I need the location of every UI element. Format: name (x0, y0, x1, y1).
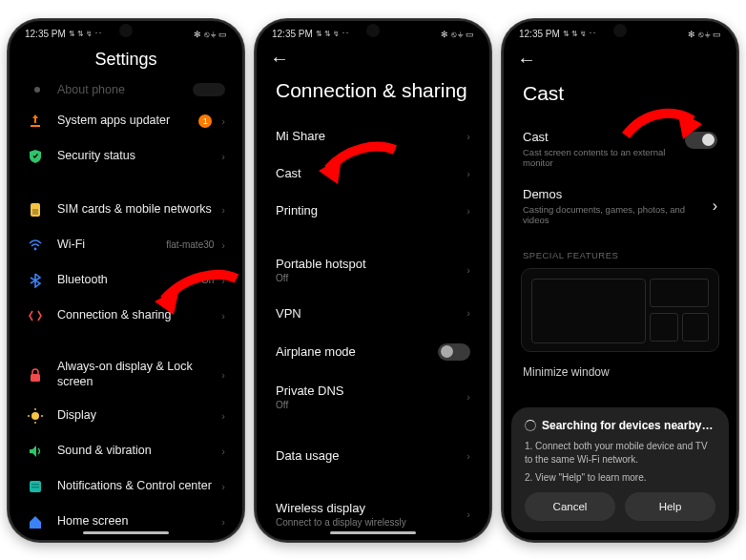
status-right-icons: ✻ ⎋ ⏚ ▭ (194, 30, 227, 39)
gesture-bar (330, 531, 416, 534)
row-label: Printing (276, 203, 318, 218)
chevron-right-icon: › (221, 481, 225, 492)
row-label: Connection & sharing (57, 308, 218, 323)
chevron-right-icon: › (466, 391, 470, 403)
row-sim-cards[interactable]: SIM cards & mobile networks › (10, 192, 242, 227)
page-title: Connection & sharing (257, 73, 489, 117)
row-bluetooth[interactable]: Bluetooth On › (10, 262, 242, 298)
row-label: Security status (57, 149, 218, 164)
sheet-line-2: 2. View "Help" to learn more. (525, 471, 715, 485)
svg-rect-10 (31, 484, 39, 485)
chevron-right-icon: › (221, 410, 225, 422)
lock-icon (27, 366, 44, 384)
row-label: Portable hotspot (276, 257, 366, 271)
camera-notch (366, 24, 380, 37)
cast-toggle[interactable] (685, 132, 717, 149)
row-cast[interactable]: Cast› (257, 155, 489, 192)
row-display[interactable]: Display › (10, 399, 242, 434)
row-mi-share[interactable]: Mi Share› (257, 117, 489, 155)
card-monitor-icon (531, 279, 646, 343)
cancel-button[interactable]: Cancel (525, 492, 615, 521)
camera-notch (613, 24, 627, 37)
page-title: Cast (504, 76, 736, 120)
chevron-right-icon: › (466, 508, 470, 520)
row-connection-sharing[interactable]: Connection & sharing › (10, 298, 242, 333)
row-system-apps-updater[interactable]: System apps updater 1 › (10, 104, 242, 139)
row-sub: Off (276, 273, 366, 283)
chevron-right-icon: › (221, 310, 225, 321)
row-label: Private DNS (276, 384, 344, 398)
status-time: 12:35 PM (272, 29, 313, 39)
chevron-right-icon: › (466, 168, 470, 179)
row-portable-hotspot[interactable]: Portable hotspotOff › (257, 245, 489, 295)
row-label: Cast (276, 166, 301, 180)
row-sub: Connect to a display wirelessly (276, 517, 406, 528)
row-notifications[interactable]: Notifications & Control center › (10, 469, 242, 505)
chevron-right-icon: › (221, 204, 225, 216)
page-title: Settings (10, 44, 242, 83)
chevron-right-icon: › (221, 151, 225, 162)
row-airplane-mode[interactable]: Airplane mode (257, 332, 489, 372)
chevron-right-icon: › (221, 275, 225, 286)
svg-point-4 (31, 412, 39, 420)
svg-rect-1 (32, 209, 38, 215)
row-data-usage[interactable]: Data usage› (257, 437, 489, 474)
row-label: Always-on display & Lock screen (57, 360, 218, 389)
svg-rect-11 (31, 487, 39, 487)
section-special-features: SPECIAL FEATURES (504, 235, 736, 268)
about-label: About phone (57, 83, 125, 96)
shield-icon (27, 148, 44, 165)
row-sound-vibration[interactable]: Sound & vibration › (10, 434, 242, 469)
row-private-dns[interactable]: Private DNSOff › (257, 372, 489, 422)
row-about-phone[interactable]: About phone (10, 83, 242, 104)
demos-label: Demos (523, 187, 713, 201)
display-icon (27, 407, 44, 425)
camera-notch (119, 24, 133, 37)
notifications-icon (27, 478, 44, 495)
row-vpn[interactable]: VPN› (257, 295, 489, 332)
sheet-line-1: 1. Connect both your mobile device and T… (525, 440, 715, 467)
phone-connection-sharing: 12:35 PM⇅ ⇅ ↯ ･･ ✻ ⎋ ⏚ ▭ ← Connection & … (255, 19, 491, 542)
status-right-icons: ✻ ⎋ ⏚ ▭ (441, 30, 474, 39)
about-icon (34, 87, 40, 93)
svg-point-2 (34, 247, 37, 250)
row-home-screen[interactable]: Home screen › (10, 505, 242, 540)
demos-sub: Casting documents, games, photos, and vi… (523, 204, 713, 225)
status-left-icons: ⇅ ⇅ ↯ ･･ (316, 30, 350, 38)
row-demos[interactable]: DemosCasting documents, games, photos, a… (504, 177, 736, 235)
wifi-value: flat-mate30 (166, 239, 214, 250)
chevron-right-icon: › (466, 205, 470, 217)
row-cast-toggle[interactable]: CastCast screen contents to an external … (504, 120, 736, 177)
chevron-right-icon: › (466, 264, 470, 276)
row-label: Mi Share (276, 129, 325, 143)
chevron-right-icon: › (466, 450, 470, 462)
row-always-on-display[interactable]: Always-on display & Lock screen › (10, 351, 242, 398)
row-label: Bluetooth (57, 273, 201, 288)
chevron-right-icon: › (221, 369, 225, 381)
sound-icon (27, 443, 44, 460)
status-time: 12:35 PM (25, 29, 66, 39)
back-button[interactable]: ← (517, 49, 536, 71)
row-label: Home screen (57, 514, 218, 529)
status-left-icons: ⇅ ⇅ ↯ ･･ (563, 30, 597, 38)
chevron-right-icon: › (466, 307, 470, 319)
airplane-toggle[interactable] (438, 343, 470, 361)
chevron-right-icon: › (221, 516, 225, 528)
row-printing[interactable]: Printing› (257, 192, 489, 229)
status-right-icons: ✻ ⎋ ⏚ ▭ (688, 30, 721, 39)
row-label: Display (57, 408, 218, 424)
minimize-window-label: Minimize window (504, 352, 736, 384)
row-label: Sound & vibration (57, 444, 218, 459)
feature-card[interactable] (521, 268, 719, 352)
back-button[interactable]: ← (270, 48, 289, 70)
row-security-status[interactable]: Security status › (10, 138, 242, 174)
phone-settings: 12:35 PM⇅ ⇅ ↯ ･･ ✻ ⎋ ⏚ ▭ Settings About … (8, 19, 244, 542)
help-button[interactable]: Help (625, 492, 715, 521)
row-label: VPN (276, 306, 301, 321)
card-tile-icon (682, 313, 709, 342)
row-wifi[interactable]: Wi-Fi flat-mate30 › (10, 227, 242, 262)
row-label: Notifications & Control center (57, 479, 218, 494)
row-label: System apps updater (57, 114, 198, 129)
searching-sheet: Searching for devices nearby… 1. Connect… (511, 407, 729, 532)
row-label: Wireless display (276, 501, 406, 515)
